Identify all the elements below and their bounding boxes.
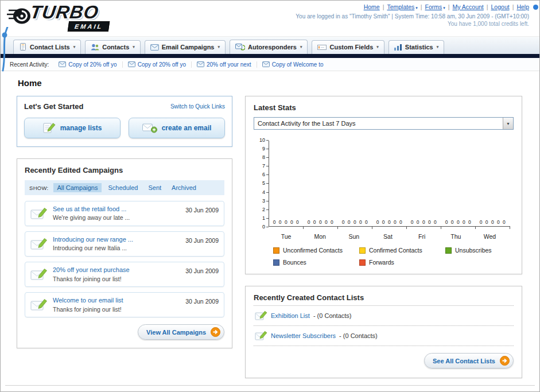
switch-quick-links-link[interactable]: Switch to Quick Links [170,103,225,110]
campaign-text: See us at the retail food ...We're givin… [53,205,180,222]
filter-all-campaigns[interactable]: All Campaigns [53,183,102,192]
y-tick: 8 [262,155,269,160]
autoresponders-icon [235,43,245,51]
legend-label: Bounces [283,259,306,266]
legend-item: Forwards [359,259,445,266]
chart-values: 0 0 0 0 0 [269,219,304,225]
nav-divider-bar [1,54,539,58]
contact-lists-icon [19,43,27,51]
y-tick-label: 3 [262,199,265,204]
header-edge-dot [533,5,538,10]
edit-pencil-icon [255,331,267,341]
campaign-filter-bar: SHOW: All CampaignsScheduledSentArchived [25,180,224,195]
recent-activity-item[interactable]: Copy of 20% off yo [123,61,192,68]
y-tick-label: 9 [262,146,265,152]
separator: | [421,3,422,10]
y-tick-label: 4 [262,190,265,195]
recent-activity-item[interactable]: Copy of Welcome to [257,61,329,68]
create-email-label: create an email [162,124,212,132]
chevron-down-icon: ▾ [300,45,302,49]
tab-statistics[interactable]: Statistics▾ [389,40,444,54]
separator: | [448,3,450,10]
campaign-row: See us at the retail food ...We're givin… [25,201,224,226]
campaign-title-link[interactable]: Introducing our new range ... [53,235,180,244]
view-all-campaigns-button[interactable]: View All Campaigns [138,324,224,340]
recent-activity-item-label: 20% off your next [207,61,251,68]
envelope-pencil-icon [30,238,48,251]
manage-lists-label: manage lists [60,124,102,132]
campaign-row: 20% off your next purchaseThanks for joi… [25,262,224,287]
campaign-date: 30 Jun 2009 [185,298,219,305]
contact-list-link[interactable]: Newsletter Subscribers [271,332,336,339]
recent-activity-bar: Recent Activity: Copy of 20% off yoCopy … [1,58,539,71]
tab-email-campaigns[interactable]: Email Campaigns▾ [145,40,226,54]
top-link-my-account[interactable]: My Account [453,3,484,10]
top-link-label: Templates [387,3,414,10]
filter-archived[interactable]: Archived [168,183,200,192]
campaign-text: Welcome to our email listThanks for join… [53,296,180,313]
get-started-panel: Let's Get Started Switch to Quick Links [17,96,232,147]
chevron-down-icon: ▾ [437,45,439,49]
top-link-forms[interactable]: Forms▾ [425,3,445,10]
campaign-title-link[interactable]: 20% off your next purchase [53,266,180,274]
chart-legend: Unconfirmed ContactsConfirmed ContactsUn… [273,247,514,266]
recent-activity-item[interactable]: Copy of 20% off yo [53,61,122,68]
campaign-date: 30 Jun 2009 [185,267,219,274]
filter-sent[interactable]: Sent [144,183,165,192]
arrow-circle-icon [211,327,220,337]
edit-pencil-icon [255,311,267,321]
recent-activity-item[interactable]: 20% off your next [192,61,257,68]
separator: | [512,3,514,10]
tab-contact-lists[interactable]: Contact Lists▾ [13,40,81,54]
see-all-contact-lists-button[interactable]: See All Contact Lists [424,353,514,368]
campaign-title-link[interactable]: Welcome to our email list [53,296,180,305]
legend-swatch [273,259,279,266]
legend-label: Unconfirmed Contacts [283,247,343,254]
legend-item: Unconfirmed Contacts [273,247,359,254]
see-all-contact-lists-label: See All Contact Lists [433,358,495,364]
top-link-help[interactable]: Help [516,3,529,10]
y-tick-label: 7 [262,164,265,169]
tab-label: Custom Fields [329,44,373,51]
chart-values: 0 0 0 0 0 [338,219,372,225]
stats-title: Latest Stats [254,103,514,112]
envelope-icon [197,61,204,67]
x-axis-label: Fri [405,233,439,240]
chart-x-labels: TueMonSunSatFriThuWed [269,233,510,240]
tab-label: Email Campaigns [162,44,215,51]
top-link-templates[interactable]: Templates▾ [387,3,417,10]
email-campaigns-icon [150,44,159,51]
y-tick: 1 [262,216,269,221]
tab-autoresponders[interactable]: Autoresponders▾ [230,40,308,54]
campaign-row: Welcome to our email listThanks for join… [25,292,224,317]
x-axis-label: Tue [269,233,303,240]
recent-activity-item-label: Copy of Welcome to [272,61,324,68]
contacts-icon [91,44,99,51]
top-nav-links: Home|Templates▾|Forms▾|My Account|Logout… [296,3,529,10]
tab-custom-fields[interactable]: Custom Fields▾ [312,40,384,54]
campaign-title-link[interactable]: See us at the retail food ... [53,205,180,214]
top-link-logout[interactable]: Logout [491,3,510,10]
stats-period-value: Contact Activity for the Last 7 Days [258,120,356,127]
legend-label: Forwards [369,259,394,266]
legend-swatch [359,259,366,266]
view-all-campaigns-label: View All Campaigns [146,329,206,336]
tab-label: Contact Lists [30,44,70,51]
campaign-text: 20% off your next purchaseThanks for joi… [53,266,180,283]
top-link-home[interactable]: Home [364,3,380,10]
contact-list-items: Exhibition List - (0 Contacts)Newsletter… [254,305,514,346]
contact-list-link[interactable]: Exhibition List [271,312,310,319]
create-email-button[interactable]: create an email [129,118,225,138]
envelope-plus-icon [142,122,157,134]
manage-lists-button[interactable]: manage lists [24,118,121,138]
chart-values: 0 0 0 0 0 [304,219,338,225]
legend-swatch [445,247,452,254]
chart-column: 0 0 0 0 0 [407,141,441,226]
logo: TURBO EMAIL [6,2,150,35]
filter-scheduled[interactable]: Scheduled [104,183,142,192]
nav-tabs: Contact Lists▾Contacts▾Email Campaigns▾A… [1,36,539,54]
stats-period-select[interactable]: Contact Activity for the Last 7 Days ▼ [254,117,514,130]
campaign-list: See us at the retail food ...We're givin… [25,201,224,317]
tab-contacts[interactable]: Contacts▾ [85,40,141,54]
chart-columns: 0 0 0 0 00 0 0 0 00 0 0 0 00 0 0 0 00 0 … [269,141,510,226]
